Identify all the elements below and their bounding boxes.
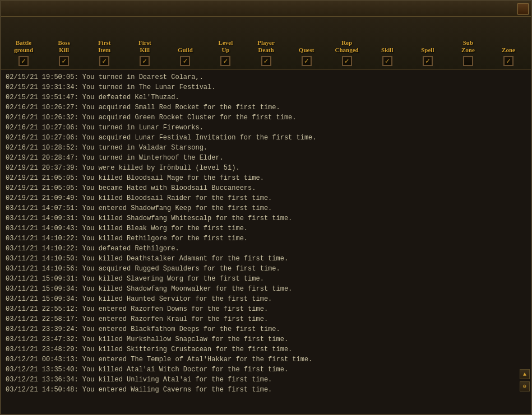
log-line: 02/19/21 20:28:47: You turned in Winterh…: [6, 153, 526, 163]
header-label-guild: Guild: [178, 46, 193, 54]
checkbox-boss-kill[interactable]: [59, 56, 69, 66]
log-line: 02/19/21 21:09:49: You killed Bloodsail …: [6, 193, 526, 203]
checkbox-quest[interactable]: [302, 56, 312, 66]
header-label-level-up: Level Up: [219, 39, 233, 54]
header-label-quest: Quest: [299, 46, 314, 54]
log-line: 02/15/21 19:51:47: You defeated Kel'Thuz…: [6, 92, 526, 102]
header-col-guild: Guild: [165, 45, 205, 67]
log-line: 03/11/21 14:10:50: You killed Deathstalk…: [6, 254, 526, 264]
checkbox-battleground[interactable]: [18, 56, 29, 66]
log-line: 03/11/21 22:55:12: You entered Razorfen …: [6, 304, 526, 314]
close-button[interactable]: [517, 3, 529, 15]
log-line: 03/11/21 23:39:24: You entered Blackfath…: [6, 324, 526, 334]
log-line: 03/11/21 23:47:32: You killed Murkshallo…: [6, 334, 526, 344]
log-line: 02/15/21 19:50:05: You turned in Dearest…: [6, 72, 526, 82]
top-side-button[interactable]: ▲: [520, 369, 530, 379]
checkbox-first-kill[interactable]: [140, 56, 150, 66]
log-line: 03/12/21 00:43:13: You entered The Templ…: [6, 355, 526, 365]
header-col-sub-zone: Sub Zone: [448, 38, 488, 67]
header-col-first-kill: First Kill: [124, 38, 165, 67]
log-line: 02/19/21 20:37:39: You were killed by Ir…: [6, 163, 526, 173]
header-col-boss-kill: Boss Kill: [44, 38, 84, 67]
log-line: 03/11/21 15:09:34: You killed Shadowfang…: [6, 284, 526, 294]
header-col-first-item: First Item: [84, 38, 124, 67]
log-line: 03/11/21 15:09:34: You killed Haunted Se…: [6, 294, 526, 304]
checkbox-zone[interactable]: [503, 56, 514, 66]
header-col-quest: Quest: [286, 45, 327, 67]
header-label-spell: Spell: [421, 46, 434, 54]
header-col-skill: Skill: [367, 45, 408, 67]
header-label-sub-zone: Sub Zone: [461, 39, 475, 54]
log-line: 03/12/21 13:36:34: You killed Unliving A…: [6, 375, 526, 385]
log-area[interactable]: 02/15/21 19:50:05: You turned in Dearest…: [1, 70, 531, 414]
log-line: 02/19/21 21:05:05: You killed Bloodsail …: [6, 173, 526, 183]
log-line: 02/19/21 21:05:05: You became Hated with…: [6, 183, 526, 193]
checkbox-spell[interactable]: [423, 56, 433, 66]
header-label-first-item: First Item: [98, 39, 111, 54]
log-line: 03/11/21 14:09:31: You killed Shadowfang…: [6, 213, 526, 223]
checkbox-first-item[interactable]: [99, 56, 109, 66]
gear-icon: ⚙: [523, 383, 526, 390]
log-line: 02/16/21 10:26:32: You acquired Green Ro…: [6, 113, 526, 123]
header-col-battleground: Battle ground: [3, 38, 44, 67]
header-col-spell: Spell: [408, 45, 448, 67]
header-col-player-death: Player Death: [246, 38, 286, 67]
log-line: 03/11/21 14:07:51: You entered Shadowfan…: [6, 203, 526, 213]
header-col-zone: Zone: [488, 45, 529, 67]
log-line: 03/12/21 13:35:40: You killed Atal'ai Wi…: [6, 365, 526, 375]
log-line: 03/11/21 22:58:17: You entered Razorfen …: [6, 314, 526, 324]
header-row: Battle groundBoss KillFirst ItemFirst Ki…: [1, 17, 531, 70]
side-buttons: ▲ ⚙: [520, 369, 530, 391]
log-line: 02/16/21 10:27:06: You acquired Lunar Fe…: [6, 133, 526, 143]
main-window: Battle groundBoss KillFirst ItemFirst Ki…: [0, 0, 532, 415]
log-line: 03/12/21 14:50:48: You entered Wailing C…: [6, 385, 526, 395]
log-line: 03/11/21 14:10:22: You killed Rethilgore…: [6, 234, 526, 244]
header-label-skill: Skill: [381, 46, 393, 54]
log-line: 03/11/21 14:10:22: You defeated Rethilgo…: [6, 244, 526, 254]
header-label-boss-kill: Boss Kill: [58, 39, 70, 54]
checkbox-sub-zone[interactable]: [463, 56, 473, 66]
log-line: 03/11/21 14:10:56: You acquired Rugged S…: [6, 264, 526, 274]
checkbox-player-death[interactable]: [261, 56, 271, 66]
log-line: 02/15/21 19:31:34: You turned in The Lun…: [6, 82, 526, 92]
log-line: 02/16/21 10:27:06: You turned in Lunar F…: [6, 123, 526, 133]
header-label-zone: Zone: [502, 46, 515, 54]
title-bar: [1, 1, 531, 17]
checkbox-level-up[interactable]: [220, 56, 230, 66]
log-line: 03/11/21 15:09:31: You killed Slavering …: [6, 274, 526, 284]
log-line: 03/11/21 14:09:43: You killed Bleak Worg…: [6, 223, 526, 234]
header-label-battleground: Battle ground: [14, 39, 33, 54]
log-line: 02/16/21 10:28:52: You turned in Valadar…: [6, 143, 526, 153]
bottom-side-button[interactable]: ⚙: [520, 381, 530, 391]
header-label-first-kill: First Kill: [138, 39, 151, 54]
log-line: 02/16/21 10:26:27: You acquired Small Re…: [6, 102, 526, 113]
log-line: 03/11/21 23:48:29: You killed Skittering…: [6, 344, 526, 355]
header-col-rep-changed: Rep Changed: [327, 38, 367, 67]
header-col-level-up: Level Up: [205, 38, 246, 67]
checkbox-rep-changed[interactable]: [342, 56, 352, 66]
header-label-rep-changed: Rep Changed: [335, 39, 359, 54]
header-label-player-death: Player Death: [257, 39, 275, 54]
checkbox-skill[interactable]: [382, 56, 392, 66]
top-icon: ▲: [523, 371, 526, 377]
checkbox-guild[interactable]: [180, 56, 190, 66]
